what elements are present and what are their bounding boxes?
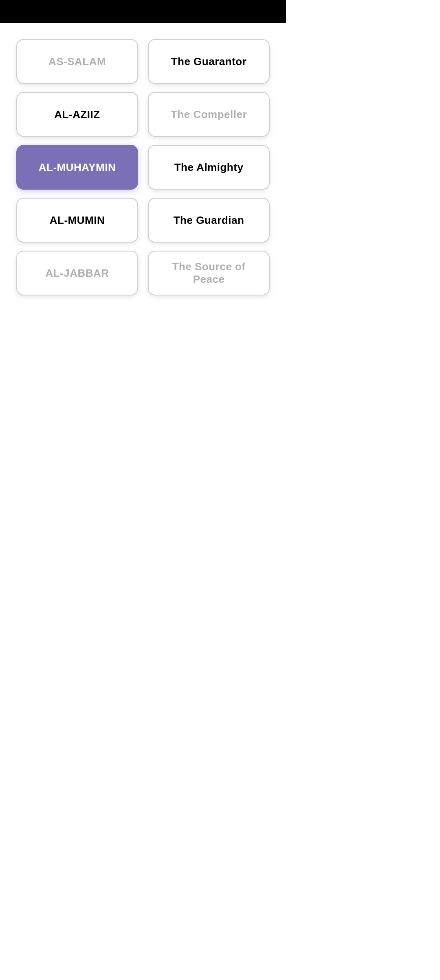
card-label-the-guardian: The Guardian: [174, 214, 244, 227]
card-al-muhaymin[interactable]: AL-MUHAYMIN: [16, 145, 138, 190]
card-the-source-of-peace[interactable]: The Source of Peace: [148, 251, 270, 295]
card-the-almighty[interactable]: The Almighty: [148, 145, 270, 190]
card-the-compeller[interactable]: The Compeller: [148, 92, 270, 137]
card-al-mumin[interactable]: AL-MUMIN: [16, 198, 138, 243]
card-label-as-salam: AS-SALAM: [48, 55, 106, 68]
card-al-aziiz[interactable]: AL-AZIIZ: [16, 92, 138, 137]
card-label-al-aziiz: AL-AZIIZ: [54, 108, 100, 121]
card-label-the-guarantor: The Guarantor: [171, 55, 247, 68]
header: [0, 0, 286, 23]
card-label-al-mumin: AL-MUMIN: [50, 214, 105, 227]
card-label-the-compeller: The Compeller: [171, 108, 247, 121]
pair-row: AL-MUHAYMINThe Almighty: [16, 145, 270, 190]
game-area: AS-SALAMThe GuarantorAL-AZIIZThe Compell…: [0, 23, 286, 312]
card-al-jabbar[interactable]: AL-JABBAR: [16, 251, 138, 295]
card-label-the-source-of-peace: The Source of Peace: [155, 260, 262, 286]
card-as-salam[interactable]: AS-SALAM: [16, 39, 138, 84]
card-label-al-muhaymin: AL-MUHAYMIN: [39, 161, 116, 174]
pair-row: AL-MUMINThe Guardian: [16, 198, 270, 243]
card-label-al-jabbar: AL-JABBAR: [45, 267, 109, 280]
pair-row: AS-SALAMThe Guarantor: [16, 39, 270, 84]
pair-row: AL-JABBARThe Source of Peace: [16, 251, 270, 295]
card-the-guardian[interactable]: The Guardian: [148, 198, 270, 243]
pair-row: AL-AZIIZThe Compeller: [16, 92, 270, 137]
card-the-guarantor[interactable]: The Guarantor: [148, 39, 270, 84]
card-label-the-almighty: The Almighty: [174, 161, 244, 174]
